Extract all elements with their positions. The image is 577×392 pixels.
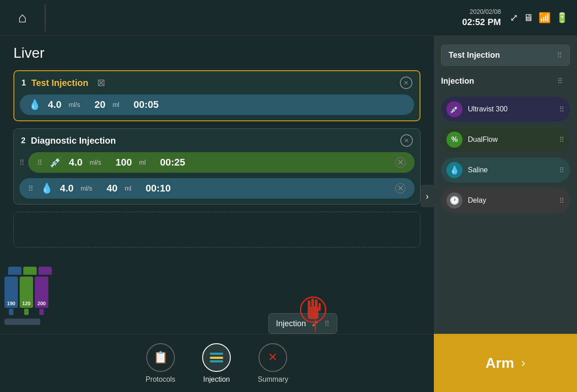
header-divider (45, 4, 46, 31)
injection-icon-circle (202, 343, 231, 372)
injection-header-label: Injection (441, 77, 552, 86)
card-header-1: 1 Test Injection ⊠ ✕ (14, 71, 420, 94)
syringe-tops (4, 267, 52, 275)
resize-icon: ⤢ (510, 12, 518, 24)
row-close-2-1[interactable]: ✕ (395, 157, 406, 168)
rate-unit-2-1: ml/s (90, 159, 102, 166)
no-scan-icon: ⊠ (97, 77, 105, 89)
chevron-right-icon: › (426, 191, 429, 201)
syringe-green: 120 (20, 277, 33, 315)
home-icon: ⌂ (18, 9, 26, 26)
datetime: 2020/02/08 02:52 PM (462, 8, 501, 27)
header: ⌂ 2020/02/08 02:52 PM ⤢ 🖥 📶 🔋 (0, 0, 577, 36)
test-injection-label: Test Injection (449, 51, 552, 60)
injection-lines-icon (210, 353, 223, 362)
syringe-vol-blue: 190 (7, 301, 15, 306)
saline-icon: 💧 (446, 162, 462, 178)
card-num-1: 1 (21, 78, 26, 88)
vol-2-2: 40 (106, 183, 117, 194)
syringe-cap-blue (8, 267, 21, 275)
syringe-conn-blue (9, 309, 13, 315)
rate-1-1: 4.0 (48, 99, 62, 111)
card-header-2: 2 Diagnostic Injection ✕ (14, 129, 420, 152)
protocol-card-2: 2 Diagnostic Injection ✕ ⠿ ⠿ 💉 4.0 ml/s … (13, 128, 420, 205)
card-close-1[interactable]: ✕ (400, 77, 412, 89)
summary-icon-circle: ✕ (259, 343, 287, 372)
card-close-2[interactable]: ✕ (400, 134, 413, 147)
summary-icon: ✕ (268, 350, 278, 364)
test-injection-drag[interactable]: ⠿ (557, 51, 562, 60)
page-title: Liver (13, 45, 420, 61)
row-close-2-2[interactable]: ✕ (395, 183, 406, 194)
bottom-nav: 📋 Protocols Injection ✕ Summary (0, 334, 434, 392)
delay-symbol: 🕐 (450, 196, 459, 205)
empty-card (13, 212, 420, 247)
header-right: 2020/02/08 02:52 PM ⤢ 🖥 📶 🔋 (462, 8, 568, 27)
sidebar-fluid-ultravist[interactable]: 💉 Ultravist 300 ⠿ (441, 97, 570, 122)
rate-unit-2-2: ml/s (81, 185, 93, 192)
drag-handle-2-1[interactable]: ⠿ (19, 158, 25, 167)
card-title-2: Diagnostic Injection (31, 136, 116, 146)
time-2-1: 00:25 (160, 157, 185, 168)
vol-2-1: 100 (115, 157, 132, 168)
syringe-blue: 190 (4, 277, 18, 315)
svg-rect-6 (210, 353, 223, 355)
injection-row-1-1: 💧 4.0 ml/s 20 ml 00:05 (20, 94, 414, 115)
saline-drop-icon: 💧 (29, 99, 41, 111)
ultravist-drag[interactable]: ⠿ (559, 105, 564, 114)
delay-drag[interactable]: ⠿ (559, 196, 564, 205)
sidebar-test-injection[interactable]: Test Injection ⠿ (441, 45, 570, 66)
sidebar-toggle[interactable]: › (420, 185, 434, 207)
ultravist-name: Ultravist 300 (468, 105, 554, 113)
syringe-body-green: 120 (20, 277, 33, 308)
rate-2-1: 4.0 (69, 157, 83, 168)
svg-rect-2 (308, 300, 310, 309)
syringe-vol-purple: 200 (38, 301, 46, 306)
contrast-icon: 💉 (50, 157, 62, 168)
svg-rect-8 (210, 360, 223, 362)
dualflow-icon: % (446, 132, 462, 148)
card-title-1: Test Injection (31, 78, 88, 88)
protocols-icon: 📋 (153, 350, 168, 364)
protocol-card-1: 1 Test Injection ⊠ ✕ 💧 4.0 ml/s 20 ml 00… (13, 70, 420, 121)
arm-label: Arm (485, 355, 514, 371)
rate-2-2: 4.0 (60, 183, 74, 194)
drag-dots-2-2[interactable]: ⠿ (28, 184, 34, 193)
rate-unit-1-1: ml/s (69, 101, 81, 108)
arm-chevron-icon: › (521, 356, 525, 370)
home-button[interactable]: ⌂ (9, 4, 36, 31)
injection-row-2-1: ⠿ 💉 4.0 ml/s 100 ml 00:25 ✕ (28, 152, 415, 173)
nav-protocols[interactable]: 📋 Protocols (145, 343, 175, 383)
sidebar-fluid-delay[interactable]: 🕐 Delay ⠿ (441, 188, 570, 213)
svg-rect-3 (311, 298, 314, 309)
wifi-icon: 📶 (539, 12, 551, 24)
sidebar-fluid-dualflow[interactable]: % DualFlow ⠿ (441, 127, 570, 152)
injection-header-drag[interactable]: ⠿ (557, 77, 563, 85)
card-num-2: 2 (21, 136, 25, 145)
syringe-body-blue: 190 (4, 277, 18, 308)
protocols-icon-circle: 📋 (146, 343, 175, 372)
vol-unit-2-1: ml (139, 159, 146, 166)
battery-icon: 🔋 (556, 12, 568, 24)
time-display: 02:52 PM (462, 16, 501, 28)
syringe-panel: 190 120 200 (0, 262, 67, 334)
syringe-vol-green: 120 (22, 301, 30, 306)
svg-rect-4 (315, 299, 318, 309)
nav-injection[interactable]: Injection (202, 343, 231, 383)
screen-icon: 🖥 (523, 12, 533, 24)
saline-drag[interactable]: ⠿ (559, 166, 564, 175)
sidebar-injection-header: Injection ⠿ (441, 71, 570, 91)
saline-drop-icon-2: 💧 (41, 183, 53, 194)
delay-name: Delay (468, 196, 554, 205)
ultravist-symbol: 💉 (450, 105, 459, 114)
sidebar-fluid-saline[interactable]: 💧 Saline ⠿ (441, 158, 570, 183)
svg-rect-5 (318, 303, 321, 311)
ultravist-icon: 💉 (446, 101, 462, 117)
dualflow-drag[interactable]: ⠿ (559, 136, 564, 144)
drag-dots-2-1[interactable]: ⠿ (37, 158, 42, 167)
nav-summary[interactable]: ✕ Summary (258, 343, 288, 383)
vol-unit-1-1: ml (113, 101, 119, 108)
arm-button[interactable]: Arm › (434, 334, 577, 392)
vol-unit-2-2: ml (125, 185, 132, 192)
syringe-conn-green (24, 309, 29, 315)
